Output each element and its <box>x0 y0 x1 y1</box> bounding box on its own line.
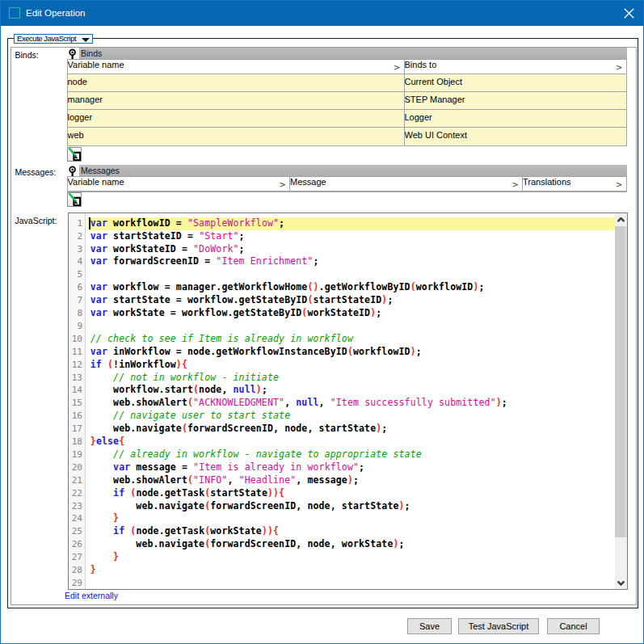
code-line[interactable]: } <box>86 564 615 577</box>
code-line[interactable]: // navigate user to start state <box>86 410 615 423</box>
edit-externally-link[interactable]: Edit externally <box>65 591 118 600</box>
table-cell[interactable]: node <box>68 74 405 92</box>
table-row[interactable]: webWeb UI Context <box>68 128 626 145</box>
test-javascript-button[interactable]: Test JavaScript <box>458 618 539 634</box>
code-line[interactable]: var startState = workflow.getStateByID(s… <box>86 294 615 307</box>
scroll-up-icon <box>617 217 625 222</box>
save-button-label: Save <box>419 621 440 631</box>
javascript-editor[interactable]: 1234567891011121314151617181920212223242… <box>68 213 628 590</box>
line-number: 24 <box>68 512 82 525</box>
binds-section-title: Binds <box>81 48 102 58</box>
window-title: Edit Operation <box>26 1 86 26</box>
scroll-down-icon <box>617 581 625 586</box>
table-cell[interactable]: Web UI Context <box>405 128 626 145</box>
line-number: 22 <box>68 487 82 500</box>
sort-chevron-icon: > <box>512 179 519 190</box>
code-line[interactable]: var forwardScreenID = "Item Enrichment"; <box>86 255 615 268</box>
code-line[interactable]: var inWorkflow = node.getWorkflowInstanc… <box>86 346 615 359</box>
code-line[interactable]: if (node.getTask(workState)){ <box>86 525 615 538</box>
line-number: 3 <box>68 243 82 256</box>
table-row[interactable]: managerSTEP Manager <box>68 92 626 110</box>
messages-section-header[interactable]: Messages <box>79 165 627 176</box>
sort-chevron-icon: > <box>394 62 400 73</box>
column-header[interactable]: Binds to> <box>405 60 626 74</box>
cancel-button[interactable]: Cancel <box>547 618 600 634</box>
table-cell[interactable]: Logger <box>405 110 626 128</box>
binds-section-header[interactable]: Binds <box>79 48 627 59</box>
code-line[interactable] <box>86 577 615 589</box>
line-number: 23 <box>68 500 82 513</box>
column-header[interactable]: Variable name> <box>68 177 291 192</box>
test-javascript-button-label: Test JavaScript <box>469 621 529 631</box>
text-caret <box>89 217 90 229</box>
messages-table[interactable]: Variable name>Message>Translations> <box>67 176 627 192</box>
code-line[interactable] <box>86 320 615 333</box>
code-line[interactable]: // not in workflow - initiate <box>86 372 615 385</box>
code-line[interactable]: var startStateID = "Start"; <box>86 230 615 243</box>
line-number: 2 <box>68 230 82 243</box>
sort-chevron-icon: > <box>616 62 622 73</box>
titlebar[interactable]: Edit Operation <box>1 1 643 26</box>
editor-vertical-scrollbar[interactable] <box>615 213 627 589</box>
app-icon <box>9 7 20 19</box>
operation-type-combobox[interactable]: Execute JavaScript <box>14 34 93 44</box>
cancel-button-label: Cancel <box>559 621 587 631</box>
table-header-row: Variable name>Binds to> <box>68 60 626 74</box>
line-number: 14 <box>68 384 82 397</box>
code-line[interactable]: var workStateID = "DoWork"; <box>86 243 615 256</box>
line-number: 26 <box>68 538 82 551</box>
code-line[interactable]: workflow.start(node, null); <box>86 384 615 397</box>
code-line[interactable]: if (node.getTask(startState)){ <box>86 487 615 500</box>
binds-label: Binds: <box>15 50 39 60</box>
close-icon <box>624 8 634 19</box>
line-number: 17 <box>68 423 82 436</box>
code-line[interactable]: var workflow = manager.getWorkflowHome()… <box>86 281 615 294</box>
code-line[interactable]: }else{ <box>86 436 615 448</box>
code-line[interactable]: if (!inWorkflow){ <box>86 359 615 372</box>
binds-table[interactable]: Variable name>Binds to>nodeCurrent Objec… <box>67 59 627 146</box>
column-header[interactable]: Variable name> <box>68 60 405 74</box>
line-number-gutter: 1234567891011121314151617181920212223242… <box>69 213 86 589</box>
code-line[interactable]: var workflowID = "SampleWorkflow"; <box>86 217 615 230</box>
sort-chevron-icon: > <box>280 179 286 190</box>
save-button[interactable]: Save <box>407 618 452 634</box>
table-cell[interactable]: web <box>68 128 405 145</box>
table-cell[interactable]: STEP Manager <box>405 92 626 110</box>
line-number: 12 <box>68 359 82 372</box>
code-line[interactable]: var workState = workflow.getStateByID(wo… <box>86 307 615 320</box>
scrollbar-thumb[interactable] <box>615 226 627 537</box>
code-line[interactable]: } <box>86 551 615 564</box>
table-cell[interactable]: manager <box>68 92 405 110</box>
code-line[interactable]: web.navigate(forwardScreenID, node, star… <box>86 423 615 436</box>
code-line[interactable]: web.navigate(forwardScreenID, node, star… <box>86 500 615 513</box>
binds-edit-button[interactable] <box>67 147 82 162</box>
table-header-row: Variable name>Message>Translations> <box>68 177 626 192</box>
code-line[interactable] <box>86 268 615 281</box>
line-number: 21 <box>68 474 82 487</box>
table-row[interactable]: loggerLogger <box>68 110 626 128</box>
code-area[interactable]: var workflowID = "SampleWorkflow";var st… <box>86 213 615 589</box>
line-number: 8 <box>68 307 82 320</box>
column-header[interactable]: Message> <box>290 177 523 192</box>
line-number: 6 <box>68 281 82 294</box>
messages-edit-button[interactable] <box>67 192 82 207</box>
code-line[interactable]: web.showAlert("INFO", "Headline", messag… <box>86 474 615 487</box>
combo-dropdown-icon <box>82 38 90 42</box>
table-cell[interactable]: Current Object <box>405 74 626 92</box>
scroll-up-button[interactable] <box>615 213 627 225</box>
code-line[interactable]: web.showAlert("ACKNOWLEDGMENT", null, "I… <box>86 397 615 410</box>
line-number: 28 <box>68 564 82 577</box>
line-number: 15 <box>68 397 82 410</box>
scroll-down-button[interactable] <box>615 577 627 589</box>
column-header[interactable]: Translations> <box>523 177 626 192</box>
javascript-label: JavaScript: <box>15 216 57 225</box>
code-line[interactable]: // already in workflow - navigate to app… <box>86 448 615 461</box>
code-line[interactable]: var message = "Item is already in workfl… <box>86 461 615 474</box>
line-number: 4 <box>68 255 82 268</box>
table-row[interactable]: nodeCurrent Object <box>68 74 626 92</box>
code-line[interactable]: } <box>86 512 615 525</box>
code-line[interactable]: web.navigate(forwardScreenID, node, work… <box>86 538 615 551</box>
table-cell[interactable]: logger <box>68 110 405 128</box>
code-line[interactable]: // check to see if Item is already in wo… <box>86 333 615 346</box>
close-button[interactable] <box>616 1 642 26</box>
